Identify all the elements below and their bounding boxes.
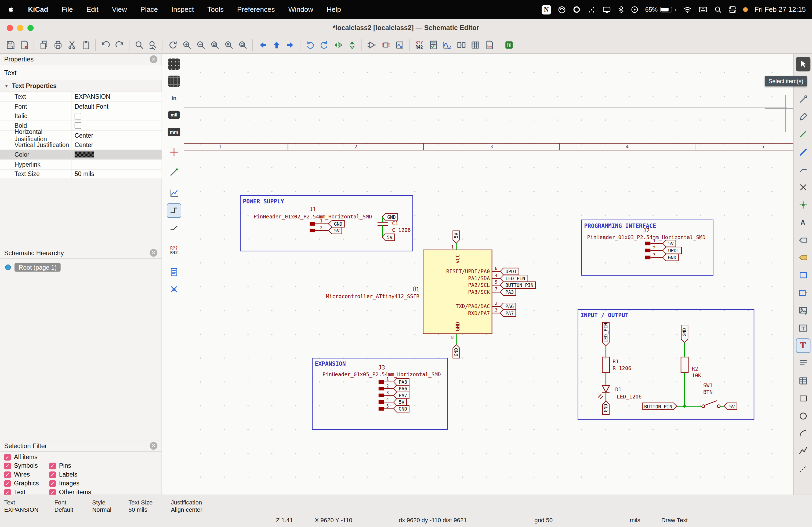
menu-tools[interactable]: Tools bbox=[201, 6, 230, 13]
zoom-page-button[interactable] bbox=[207, 38, 221, 52]
arc-tool-button[interactable] bbox=[796, 426, 810, 441]
prop-size-value[interactable]: 50 mils bbox=[71, 169, 161, 179]
page-settings-button[interactable] bbox=[17, 38, 31, 52]
wifi-icon[interactable] bbox=[683, 6, 692, 13]
find-replace-button[interactable] bbox=[146, 38, 160, 52]
nav-back-button[interactable] bbox=[255, 38, 269, 52]
apple-menu-icon[interactable] bbox=[0, 6, 21, 13]
annotate-button[interactable]: R??R42 bbox=[412, 38, 426, 52]
net-pen-tool-button[interactable] bbox=[796, 110, 810, 124]
input-output-group[interactable]: INPUT / OUTPUT LED_PIN R1 R_1206 D1 LED_… bbox=[578, 310, 754, 420]
rotate-ccw-button[interactable] bbox=[303, 38, 317, 52]
rectangle-tool-button[interactable] bbox=[796, 391, 810, 406]
hierarchy-root-item[interactable]: Root (page 1) bbox=[5, 263, 61, 272]
prop-vjust-value[interactable]: Center bbox=[71, 140, 161, 149]
nav-up-button[interactable] bbox=[269, 38, 283, 52]
swirl-icon[interactable] bbox=[558, 5, 566, 14]
footprint-editor-button[interactable] bbox=[379, 38, 393, 52]
expansion-group[interactable]: EXPANSION J3 PinHeader_01x05_P2.54mm_Hor… bbox=[312, 358, 447, 430]
units-inches-button[interactable]: in bbox=[167, 91, 181, 105]
menu-file[interactable]: File bbox=[55, 6, 79, 13]
model-viewer-button[interactable] bbox=[393, 38, 407, 52]
hv-wire-mode-button[interactable] bbox=[167, 204, 181, 218]
print-button[interactable] bbox=[51, 38, 65, 52]
tools-wrench-button[interactable] bbox=[167, 282, 181, 297]
zoom-in-button[interactable] bbox=[180, 38, 193, 52]
filter-labels[interactable]: ✓Labels bbox=[49, 471, 77, 478]
menubar-clock[interactable]: Fri Feb 27 12:15 bbox=[755, 6, 806, 13]
units-mm-button[interactable]: mm bbox=[167, 125, 181, 139]
mirror-horizontal-button[interactable] bbox=[331, 38, 345, 52]
list-tool-button[interactable] bbox=[796, 356, 810, 371]
chart-mode-button[interactable] bbox=[167, 186, 181, 201]
menu-place[interactable]: Place bbox=[134, 6, 164, 13]
copy-button[interactable] bbox=[37, 38, 51, 52]
global-label-tool-button[interactable] bbox=[796, 233, 810, 247]
filter-all-items[interactable]: ✓All items bbox=[4, 453, 37, 461]
simulator-button[interactable] bbox=[440, 38, 454, 52]
status-grid[interactable]: grid 50 bbox=[534, 517, 553, 523]
find-button[interactable] bbox=[132, 38, 146, 52]
hidden-pins-button[interactable] bbox=[167, 165, 181, 180]
notion-icon[interactable]: N bbox=[541, 5, 551, 14]
selection-filter-close-icon[interactable]: ✕ bbox=[149, 442, 157, 450]
control-center-icon[interactable] bbox=[728, 6, 736, 13]
mirror-vertical-button[interactable] bbox=[345, 38, 359, 52]
erc-button[interactable] bbox=[426, 38, 440, 52]
prop-hyperlink-value[interactable] bbox=[71, 160, 161, 169]
prop-text-value[interactable]: EXPANSION bbox=[71, 92, 161, 101]
save-button[interactable] bbox=[3, 38, 17, 52]
paste-button[interactable] bbox=[79, 38, 93, 52]
battery-indicator[interactable]: 65% bbox=[645, 6, 677, 13]
units-mils-button[interactable]: mil bbox=[167, 108, 181, 122]
target-icon[interactable] bbox=[631, 6, 639, 13]
hierarchy-close-icon[interactable]: ✕ bbox=[149, 249, 157, 257]
textbox-tool-button[interactable] bbox=[796, 321, 810, 335]
dots-cluster-icon[interactable] bbox=[587, 5, 596, 14]
hierarchical-label-tool-button[interactable] bbox=[796, 250, 810, 265]
polyline-tool-button[interactable] bbox=[796, 444, 810, 458]
minimize-window-button[interactable] bbox=[17, 25, 23, 31]
programming-interface-group[interactable]: PROGRAMMING INTERFACE J2 PinHeader_01x03… bbox=[582, 220, 713, 275]
bom-button[interactable]: bom bbox=[482, 38, 496, 52]
filter-wires[interactable]: ✓Wires bbox=[4, 471, 30, 478]
menu-view[interactable]: View bbox=[105, 6, 134, 13]
plugin-button[interactable] bbox=[502, 38, 516, 52]
symbol-editor-button[interactable] bbox=[365, 38, 379, 52]
select-tool-button[interactable] bbox=[796, 57, 810, 71]
datasheet-button[interactable] bbox=[167, 265, 181, 279]
color-swatch[interactable] bbox=[75, 151, 94, 158]
bluetooth-icon[interactable] bbox=[618, 6, 624, 13]
menu-preferences[interactable]: Preferences bbox=[230, 6, 282, 13]
prop-font-value[interactable]: Default Font bbox=[71, 102, 161, 111]
recording-indicator-icon[interactable] bbox=[743, 7, 748, 12]
text-tool-button[interactable]: T bbox=[796, 338, 810, 353]
image-tool-button[interactable] bbox=[796, 303, 810, 318]
grid-lines-toggle-button[interactable] bbox=[167, 74, 181, 89]
junction-tool-button[interactable] bbox=[796, 198, 810, 212]
refresh-view-button[interactable] bbox=[166, 38, 180, 52]
filter-images[interactable]: ✓Images bbox=[49, 480, 79, 487]
undo-button[interactable] bbox=[98, 38, 112, 52]
close-window-button[interactable] bbox=[7, 25, 13, 31]
angle45-wire-mode-button[interactable] bbox=[167, 221, 181, 235]
power-supply-group[interactable]: POWER SUPPLY J1 PinHeader_01x02_P2.54mm_… bbox=[240, 196, 413, 251]
wire-entry-tool-button[interactable] bbox=[796, 163, 810, 177]
italic-checkbox[interactable] bbox=[75, 113, 81, 119]
menu-inspect[interactable]: Inspect bbox=[164, 6, 201, 13]
wire-tool-button[interactable] bbox=[796, 127, 810, 142]
zoom-selection-button[interactable] bbox=[235, 38, 249, 52]
dashed-line-tool-button[interactable] bbox=[796, 462, 810, 476]
keyboard-icon[interactable] bbox=[699, 6, 708, 13]
sheet-pin-tool-button[interactable] bbox=[796, 286, 810, 300]
table-tool-button[interactable] bbox=[796, 374, 810, 388]
cut-button[interactable] bbox=[65, 38, 79, 52]
filter-graphics[interactable]: ✓Graphics bbox=[4, 480, 39, 487]
text-properties-section[interactable]: ▼Text Properties bbox=[0, 80, 162, 92]
schematic-canvas[interactable]: 1 2 3 4 5 POWER SUPPLY J1 PinHeader_01x0… bbox=[162, 54, 794, 495]
zoom-out-button[interactable] bbox=[193, 38, 207, 52]
net-label-tool-button[interactable]: A bbox=[796, 215, 810, 230]
filter-pins[interactable]: ✓Pins bbox=[49, 462, 71, 469]
menu-edit[interactable]: Edit bbox=[80, 6, 105, 13]
menu-app-name[interactable]: KiCad bbox=[21, 6, 55, 13]
